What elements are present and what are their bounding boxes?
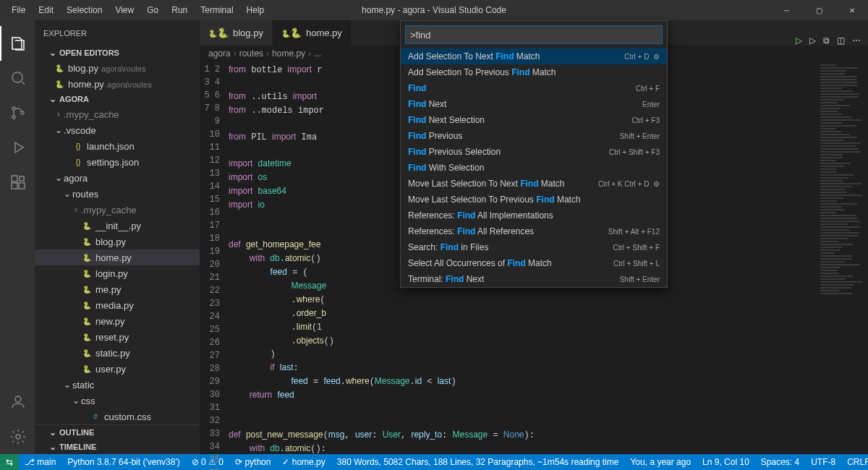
line-gutter: 1 2 3 4 5 6 7 8 9 10 11 12 13 14 15 16 1…: [200, 61, 229, 454]
account-icon[interactable]: [0, 385, 35, 419]
command-palette-item[interactable]: Terminal: Find NextShift + Enter: [401, 271, 667, 287]
svg-point-1: [12, 107, 15, 110]
file-tree: ›.mypy_cache⌄.vscode{}launch.json{}setti…: [35, 106, 200, 424]
command-palette-item[interactable]: Select All Occurrences of Find MatchCtrl…: [401, 255, 667, 271]
menu-edit[interactable]: Edit: [33, 2, 59, 18]
tree-folder[interactable]: ›.mypy_cache: [35, 202, 200, 218]
timeline-section[interactable]: TIMELINE: [35, 440, 200, 454]
command-palette-item[interactable]: References: Find All ReferencesShift + A…: [401, 223, 667, 239]
svg-point-8: [15, 396, 21, 402]
command-palette-item[interactable]: Search: Find in FilesCtrl + Shift + F: [401, 239, 667, 255]
tree-file[interactable]: 🐍home.py: [35, 249, 200, 265]
sidebar: Explorer OPEN EDITORS 🐍blog.pyagora\rout…: [35, 20, 200, 454]
extensions-icon[interactable]: [0, 165, 35, 200]
project-section[interactable]: AGORA: [35, 92, 200, 106]
tree-file[interactable]: {}settings.json: [35, 154, 200, 170]
titlebar: FileEditSelectionViewGoRunTerminalHelp h…: [0, 0, 868, 20]
command-palette-item[interactable]: References: Find All Implementations: [401, 208, 667, 223]
command-palette-item[interactable]: Find PreviousShift + Enter: [401, 128, 667, 144]
search-icon[interactable]: [0, 61, 35, 95]
tree-file[interactable]: 🐍new.py: [35, 313, 200, 329]
breadcrumb-item[interactable]: ...: [314, 48, 321, 59]
open-editors-section[interactable]: OPEN EDITORS: [35, 46, 200, 60]
editor-actions: ▷ ▷ ⧉ ◫ ⋯: [788, 35, 868, 46]
status-metrics[interactable]: 380 Words, 5082 Chars, 188 Lines, 32 Par…: [331, 454, 625, 470]
maximize-button[interactable]: ▢: [803, 0, 835, 20]
open-editor-item[interactable]: 🐍home.pyagora\routes: [35, 76, 200, 92]
compare-button[interactable]: ⧉: [823, 35, 830, 46]
tree-file[interactable]: 🐍reset.py: [35, 329, 200, 345]
window-title: home.py - agora - Visual Studio Code: [362, 5, 506, 15]
menu-help[interactable]: Help: [241, 2, 271, 18]
minimap[interactable]: [817, 61, 868, 454]
tree-folder[interactable]: ⌄agora: [35, 170, 200, 186]
command-palette-item[interactable]: Move Last Selection To Previous Find Mat…: [401, 192, 667, 208]
close-button[interactable]: ✕: [835, 0, 868, 20]
tree-folder[interactable]: ⌄static: [35, 377, 200, 393]
open-editor-item[interactable]: 🐍blog.pyagora\routes: [35, 60, 200, 76]
status-branch[interactable]: ⎇ main: [19, 454, 61, 470]
files-icon[interactable]: [0, 26, 35, 61]
command-palette-input[interactable]: >find: [405, 25, 663, 44]
remote-indicator[interactable]: ⇆: [0, 454, 19, 470]
command-palette-item[interactable]: Move Last Selection To Next Find MatchCt…: [401, 176, 667, 192]
tree-folder[interactable]: ›.mypy_cache: [35, 106, 200, 122]
tree-file[interactable]: 🐍static.py: [35, 345, 200, 361]
gear-icon[interactable]: [0, 419, 35, 454]
status-blame[interactable]: You, a year ago: [624, 454, 697, 470]
editor-area: 🐍blog.py🐍home.py ▷ ▷ ⧉ ◫ ⋯ agora›routes›…: [200, 20, 868, 454]
breadcrumb-item[interactable]: agora: [208, 48, 231, 59]
activity-bar: [0, 20, 35, 454]
status-problems[interactable]: ⊘ 0 ⚠ 0: [186, 454, 229, 470]
open-editors-tree: 🐍blog.pyagora\routes🐍home.pyagora\routes: [35, 60, 200, 92]
menu-run[interactable]: Run: [166, 2, 193, 18]
command-palette-item[interactable]: Add Selection To Previous Find Match: [401, 64, 667, 80]
breadcrumb-item[interactable]: home.py: [272, 48, 305, 59]
more-actions-button[interactable]: ⋯: [852, 35, 861, 46]
tree-file[interactable]: 🐍me.py: [35, 281, 200, 297]
split-editor-button[interactable]: ◫: [837, 35, 845, 46]
menu-go[interactable]: Go: [141, 2, 164, 18]
tree-file[interactable]: 🐍media.py: [35, 297, 200, 313]
status-encoding[interactable]: UTF-8: [805, 454, 841, 470]
status-python-env[interactable]: ⟳ python: [229, 454, 276, 470]
editor-tab[interactable]: 🐍home.py: [273, 20, 352, 46]
status-bar: ⇆ ⎇ mainPython 3.8.7 64-bit ('venv38')⊘ …: [0, 454, 868, 470]
tree-folder[interactable]: ⌄.vscode: [35, 122, 200, 138]
tree-file[interactable]: {}launch.json: [35, 138, 200, 154]
command-palette-item[interactable]: Find NextEnter: [401, 96, 667, 112]
command-palette-item[interactable]: Find Next SelectionCtrl + F3: [401, 112, 667, 128]
menu-file[interactable]: File: [6, 2, 31, 18]
menu-view[interactable]: View: [109, 2, 140, 18]
menu-bar: FileEditSelectionViewGoRunTerminalHelp: [0, 2, 270, 18]
run-button[interactable]: ▷: [796, 35, 802, 46]
svg-rect-7: [20, 176, 24, 181]
debug-icon[interactable]: [0, 130, 35, 165]
editor-tab[interactable]: 🐍blog.py: [200, 20, 273, 46]
tree-file[interactable]: #custom.css: [35, 409, 200, 424]
breadcrumb-item[interactable]: routes: [239, 48, 263, 59]
tree-folder[interactable]: ⌄css: [35, 393, 200, 409]
tree-folder[interactable]: ⌄routes: [35, 186, 200, 202]
minimize-button[interactable]: ─: [770, 0, 803, 20]
command-palette-item[interactable]: Find Previous SelectionCtrl + Shift + F3: [401, 144, 667, 160]
menu-selection[interactable]: Selection: [61, 2, 108, 18]
svg-rect-5: [12, 183, 17, 189]
source-control-icon[interactable]: [0, 95, 35, 130]
tree-file[interactable]: 🐍user.py: [35, 361, 200, 377]
command-palette-item[interactable]: Add Selection To Next Find MatchCtrl + D…: [401, 48, 667, 64]
tree-file[interactable]: 🐍login.py: [35, 265, 200, 281]
svg-point-3: [21, 111, 24, 114]
tree-file[interactable]: 🐍__init__.py: [35, 218, 200, 234]
outline-section[interactable]: OUTLINE: [35, 424, 200, 440]
debug-run-button[interactable]: ▷: [809, 35, 816, 46]
status-file-status[interactable]: ✓ home.py: [276, 454, 331, 470]
status-eol[interactable]: CRLF: [841, 454, 868, 470]
status-indent[interactable]: Spaces: 4: [755, 454, 805, 470]
status-position[interactable]: Ln 9, Col 10: [697, 454, 755, 470]
command-palette-item[interactable]: Find With Selection: [401, 160, 667, 176]
status-python-version[interactable]: Python 3.8.7 64-bit ('venv38'): [61, 454, 185, 470]
tree-file[interactable]: 🐍blog.py: [35, 234, 200, 249]
command-palette-item[interactable]: FindCtrl + F: [401, 80, 667, 96]
menu-terminal[interactable]: Terminal: [195, 2, 239, 18]
